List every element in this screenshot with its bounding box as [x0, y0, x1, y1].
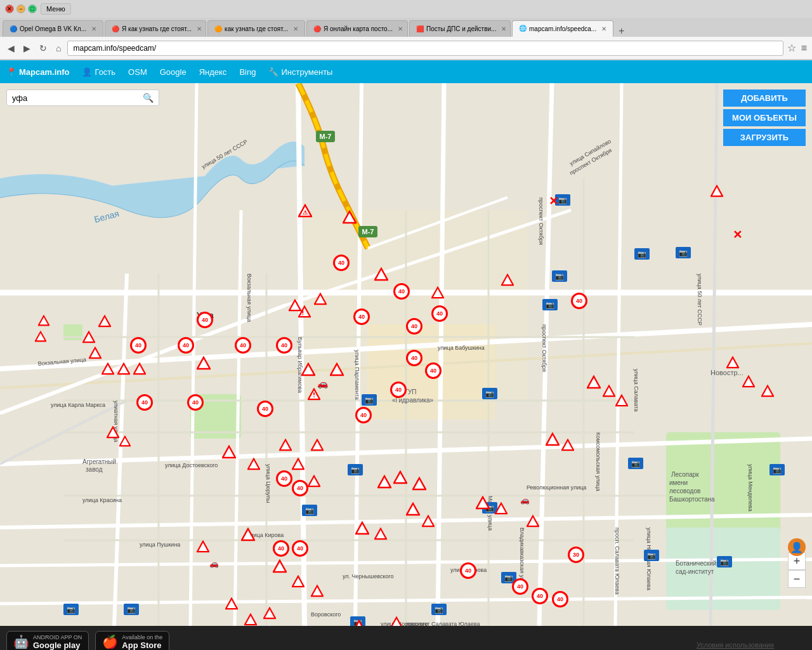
menubar-guest[interactable]: 👤 Гость [82, 67, 115, 77]
cam-19[interactable]: 📷 [717, 556, 732, 567]
ws-11[interactable] [82, 331, 95, 345]
ws-10[interactable] [98, 315, 111, 329]
ws-60[interactable] [406, 502, 420, 518]
app-store-badge[interactable]: 🍎 Available on the App Store [95, 631, 169, 651]
tab-0[interactable]: 🔵 Opel Omega B VK Кл... ✕ [3, 20, 103, 37]
person-icon[interactable]: 👤 [788, 538, 806, 556]
ws-22[interactable] [330, 362, 344, 378]
warning-sign-4[interactable] [374, 267, 388, 283]
speed-40-2[interactable]: 40 [393, 283, 410, 300]
my-objects-button[interactable]: МОИ ОБЪЕКТЫ [723, 109, 806, 126]
ws-73[interactable] [225, 597, 238, 612]
speed-40-19[interactable]: 40 [406, 350, 422, 366]
speed-40-17[interactable]: 40 [257, 401, 273, 417]
camera-icon-2[interactable]: 📷 [552, 270, 567, 282]
speed-camera-18[interactable]: 📷 [769, 464, 785, 475]
cam-11[interactable]: 📷 [644, 550, 659, 561]
speed-camera-15[interactable]: 📷 [124, 604, 139, 615]
cam-17[interactable]: 📷 [431, 604, 447, 615]
speed-camera-19[interactable]: 📷 [717, 556, 732, 567]
cam-9[interactable]: 📷 [302, 505, 317, 516]
back-button[interactable]: ◀ [5, 41, 17, 56]
ws-35[interactable] [292, 458, 304, 472]
speed-40-9[interactable]: 40 [353, 308, 370, 325]
ws-55[interactable] [726, 356, 739, 371]
ws-33[interactable] [247, 458, 260, 472]
speed-40-45[interactable]: 40 [552, 591, 568, 607]
speed-camera-14[interactable]: 📷 [63, 604, 79, 615]
ws-72[interactable] [311, 585, 324, 599]
cam-6[interactable]: 📷 [482, 388, 497, 399]
camera-icon-3[interactable]: 📷 [634, 248, 650, 260]
ws-32[interactable] [222, 445, 236, 461]
ws-70[interactable] [273, 559, 287, 575]
ws-50[interactable] [546, 432, 560, 448]
speed-40-31[interactable]: 40 [292, 480, 308, 496]
speed-40-18[interactable]: 40 [355, 407, 372, 423]
home-button[interactable]: ⌂ [53, 41, 63, 56]
cam-15[interactable]: 📷 [124, 604, 139, 615]
red-x-2[interactable]: ✕ [733, 228, 742, 242]
ws-52[interactable] [587, 375, 601, 391]
speed-40-1[interactable]: 40 [333, 255, 350, 271]
ws-65[interactable] [197, 540, 209, 555]
speed-40-21[interactable]: 40 [390, 381, 407, 398]
add-button[interactable]: ДОБАВИТЬ [723, 90, 806, 107]
search-button[interactable]: 🔍 [143, 93, 154, 103]
warning-sign-5[interactable] [431, 286, 444, 301]
ws-53[interactable] [603, 385, 615, 399]
speed-40-3[interactable]: 40 [571, 293, 587, 309]
ws-71[interactable] [292, 575, 304, 590]
speed-40-30[interactable]: 40 [276, 470, 292, 487]
tab-1[interactable]: 🔴 Я как узнать где стоят... ✕ [105, 20, 206, 37]
speed-camera-17[interactable]: 📷 [431, 604, 447, 615]
speed-camera-5[interactable]: 📷 [362, 394, 377, 406]
ws-31[interactable] [119, 435, 131, 449]
warning-sign-2[interactable] [343, 210, 357, 226]
speed-camera-9[interactable]: 📷 [302, 505, 317, 516]
menubar-yandex[interactable]: Яндекс [199, 67, 227, 77]
ws-12[interactable] [89, 347, 102, 361]
maximize-button[interactable]: □ [28, 4, 37, 13]
app-brand[interactable]: 📍 Mapcam.info [6, 67, 69, 77]
ws-17[interactable] [35, 331, 46, 344]
ws-36[interactable] [311, 439, 324, 453]
tab-close-2[interactable]: ✕ [293, 25, 298, 32]
tab-4[interactable]: 🟥 Посты ДПС и действи... ✕ [409, 20, 511, 37]
speed-40-16[interactable]: 40 [187, 394, 204, 411]
reload-button[interactable]: ↻ [37, 41, 49, 56]
ws-63[interactable] [374, 527, 387, 542]
red-x-1[interactable]: ✕ [549, 194, 558, 208]
new-tab-button[interactable]: + [615, 25, 628, 37]
speed-40-8[interactable]: 40 [276, 337, 292, 354]
menu-button[interactable]: Меню [41, 3, 71, 15]
minimize-button[interactable]: − [16, 4, 25, 13]
speed-camera-6[interactable]: 📷 [482, 388, 497, 399]
ws-57[interactable] [761, 385, 774, 399]
speed-40-41[interactable]: 40 [292, 540, 308, 557]
menubar-bing[interactable]: Bing [239, 67, 256, 77]
cam-14[interactable]: 📷 [63, 604, 79, 615]
cam-8[interactable]: 📷 [348, 464, 363, 475]
speed-40-42[interactable]: 40 [460, 562, 476, 579]
speed-camera-11[interactable]: 📷 [644, 550, 659, 561]
tab-5[interactable]: 🌐 mapcam.info/speedca... ✕ [512, 20, 613, 37]
ws-77[interactable] [390, 616, 403, 626]
ws-61[interactable] [422, 515, 435, 529]
ws-64[interactable] [241, 527, 255, 543]
ws-39[interactable] [412, 477, 426, 493]
speed-40-15[interactable]: 40 [136, 394, 153, 411]
ws-76[interactable] [352, 620, 366, 626]
warning-sign-6[interactable] [501, 274, 514, 288]
speed-40-7[interactable]: 40 [235, 337, 251, 354]
ws-40[interactable] [308, 475, 320, 489]
ws-54[interactable] [615, 394, 628, 409]
speed-40-40[interactable]: 40 [273, 540, 289, 557]
ws-16[interactable] [38, 315, 49, 328]
menubar-google[interactable]: Google [160, 67, 187, 77]
tab-close-0[interactable]: ✕ [91, 25, 96, 32]
close-button[interactable]: ✕ [5, 4, 14, 13]
speed-40-6[interactable]: 40 [178, 337, 194, 354]
warning-sign-9[interactable] [298, 305, 311, 320]
ws-30[interactable] [107, 426, 119, 441]
